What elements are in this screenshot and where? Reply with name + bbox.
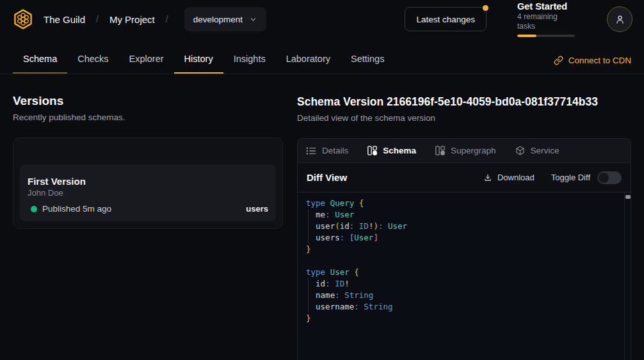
progress-bar <box>517 35 575 37</box>
get-started-widget[interactable]: Get Started 4 remaining tasks <box>517 1 576 37</box>
version-published: Published 5m ago <box>42 204 111 214</box>
download-label: Download <box>497 173 535 182</box>
tab-details-label: Details <box>322 146 348 155</box>
latest-changes-label: Latest changes <box>416 15 475 24</box>
breadcrumb: The Guild / My Project / development <box>44 7 266 31</box>
code-line <box>306 255 618 267</box>
user-avatar[interactable] <box>607 6 632 32</box>
code-line: } <box>306 244 618 255</box>
version-name: First Version <box>28 176 268 187</box>
code-line: name: String <box>306 290 618 301</box>
toggle-diff-control: Toggle Diff <box>551 171 622 184</box>
indent-guide <box>308 278 309 313</box>
version-detail-title: Schema Version 2166196f-5e10-4059-bd0a-0… <box>297 95 631 109</box>
tab-schema-label: Schema <box>383 146 416 155</box>
list-icon <box>306 146 316 155</box>
vertical-scrollbar[interactable] <box>624 192 631 360</box>
tab-supergraph-label: Supergraph <box>451 146 496 155</box>
tab-schema[interactable]: Schema <box>367 146 416 155</box>
code-line: type User { <box>306 267 618 278</box>
nav-tab-schema[interactable]: Schema <box>13 54 67 74</box>
tab-service[interactable]: Service <box>515 146 559 155</box>
code-line: } <box>306 313 618 324</box>
versions-panel: Versions Recently published schemas. Fir… <box>0 74 283 360</box>
breadcrumb-org[interactable]: The Guild <box>44 14 85 25</box>
nav-tab-explorer[interactable]: Explorer <box>119 54 174 74</box>
nav-tab-history[interactable]: History <box>174 54 223 74</box>
latest-changes-button[interactable]: Latest changes <box>405 7 487 31</box>
connect-to-cdn-button[interactable]: Connect to CDN <box>554 56 631 74</box>
person-icon <box>615 14 625 25</box>
version-detail-panel: Schema Version 2166196f-5e10-4059-bd0a-0… <box>297 74 644 360</box>
hive-logo-icon[interactable] <box>12 8 35 31</box>
get-started-subtitle: 4 remaining tasks <box>517 12 576 31</box>
toggle-diff-label: Toggle Diff <box>551 173 590 182</box>
chevron-down-icon <box>249 15 257 24</box>
indent-guide <box>308 209 309 244</box>
breadcrumb-project[interactable]: My Project <box>109 14 155 25</box>
version-list-item[interactable]: First Version John Doe Published 5m ago … <box>20 164 276 221</box>
link-icon <box>554 56 563 65</box>
download-icon <box>483 173 492 182</box>
version-service-badge: users <box>246 204 268 214</box>
nav-tab-insights[interactable]: Insights <box>223 54 276 74</box>
notification-dot <box>483 5 488 11</box>
breadcrumb-separator: / <box>166 14 168 24</box>
tab-service-label: Service <box>531 146 559 155</box>
version-author: John Doe <box>28 187 268 198</box>
tab-details[interactable]: Details <box>306 146 348 155</box>
target-selector-value: development <box>193 15 243 24</box>
main-nav: Schema Checks Explorer History Insights … <box>0 38 644 74</box>
app-root: The Guild / My Project / development Lat… <box>0 0 644 360</box>
diff-view-title: Diff View <box>307 172 347 183</box>
code-line: users: [User] <box>306 232 618 244</box>
code-line: type Query { <box>306 198 618 209</box>
target-selector[interactable]: development <box>184 7 266 31</box>
panels-icon <box>367 146 377 155</box>
main-content: Versions Recently published schemas. Fir… <box>0 74 644 360</box>
nav-tab-settings[interactable]: Settings <box>341 54 394 74</box>
code-line: username: String <box>306 301 618 313</box>
toggle-diff-switch[interactable] <box>597 171 622 184</box>
code-line: id: ID! <box>306 278 618 290</box>
header: The Guild / My Project / development Lat… <box>0 0 644 38</box>
published-dot-icon <box>31 206 37 212</box>
diff-toolbar: Diff View Download Toggle Diff <box>298 163 631 192</box>
version-detail-subtitle: Detailed view of the schema version <box>297 113 631 123</box>
get-started-title: Get Started <box>517 1 576 12</box>
code-line: user(id: ID!): User <box>306 221 618 232</box>
download-button[interactable]: Download <box>483 173 535 182</box>
toggle-knob <box>599 173 609 183</box>
versions-subtitle: Recently published schemas. <box>13 113 283 122</box>
code-line: me: User <box>306 209 618 221</box>
versions-title: Versions <box>13 94 283 108</box>
tab-supergraph[interactable]: Supergraph <box>435 146 496 155</box>
detail-tab-bar: Details Schema Supergraph Service <box>298 139 631 163</box>
progress-fill <box>517 35 536 37</box>
cube-icon <box>515 146 525 155</box>
scrollbar-thumb[interactable] <box>625 195 631 199</box>
breadcrumb-separator: / <box>96 14 99 24</box>
schema-view-panel: Details Schema Supergraph Service <box>297 138 631 360</box>
nav-tab-laboratory[interactable]: Laboratory <box>276 54 341 74</box>
code-block: type Query { me: User user(id: ID!): Use… <box>306 198 618 324</box>
schema-code-viewer: type Query { me: User user(id: ID!): Use… <box>298 192 631 360</box>
versions-card: First Version John Doe Published 5m ago … <box>13 137 283 229</box>
version-status-row: Published 5m ago users <box>28 204 268 214</box>
nav-tab-checks[interactable]: Checks <box>67 54 118 74</box>
panels-icon <box>435 146 445 155</box>
connect-to-cdn-label: Connect to CDN <box>568 56 631 65</box>
